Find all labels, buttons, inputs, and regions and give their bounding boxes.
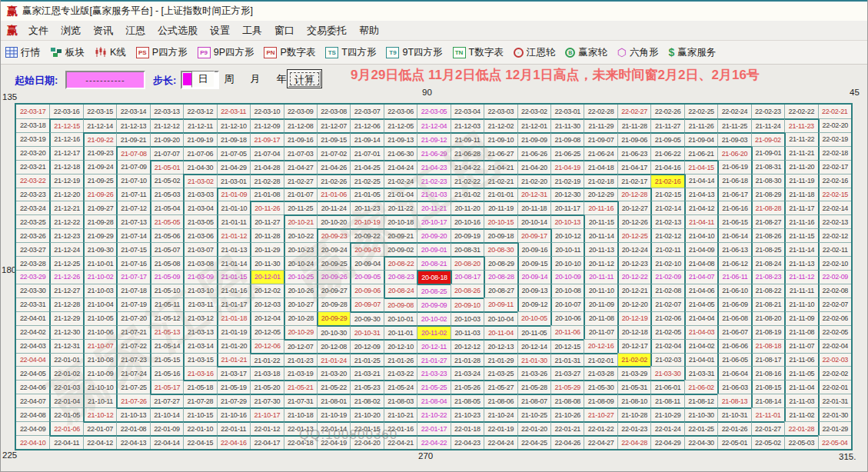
grid-cell: 22-02-04 [818, 339, 851, 353]
grid-cell: 21-09-14 [350, 132, 383, 146]
menu-item[interactable]: 资讯 [87, 22, 119, 40]
grid-cell: 21-08-02 [350, 394, 383, 407]
grid-cell: 21-09-22 [83, 132, 116, 146]
grid-cell: 21-01-18 [217, 311, 250, 325]
toolbar-button[interactable]: ⬡六角形 [617, 46, 659, 59]
grid-cell: 20-09-04 [350, 256, 383, 270]
grid-cell: 21-04-01 [684, 353, 717, 367]
grid-cell: 21-10-03 [83, 284, 116, 297]
toolbar-button[interactable]: P99P四方形 [198, 46, 254, 59]
grid-cell: 21-02-19 [550, 174, 584, 188]
grid-cell: 21-03-23 [417, 366, 450, 380]
grid-cell: 22-03-07 [350, 105, 383, 118]
grid-cell: 20-10-01 [384, 311, 417, 325]
grid-cell: 21-06-15 [717, 214, 750, 228]
grid-cell: 20-12-23 [617, 256, 650, 270]
grid-cell: 21-12-21 [49, 201, 82, 214]
grid-cell: 22-03-12 [183, 105, 216, 118]
menu-item[interactable]: 江恩 [119, 22, 151, 40]
menu-item[interactable]: 文件 [22, 22, 55, 40]
grid-cell: 21-04-29 [217, 160, 250, 174]
grid-cell: 22-03-09 [284, 105, 317, 118]
grid-cell: 21-01-19 [217, 325, 250, 339]
grid-cell: 21-02-21 [484, 174, 517, 188]
toolbar-button[interactable]: B赢家轮 [565, 46, 607, 59]
menu-item[interactable]: 浏览 [55, 22, 87, 40]
grid-cell: 21-10-05 [83, 311, 116, 325]
grid-cell: 21-08-09 [584, 394, 617, 407]
toolbar-button[interactable]: ◦江恩轮 [514, 46, 556, 59]
toolbar-button-label: 赢家轮 [578, 46, 607, 59]
menu-item[interactable]: 交易委托 [301, 22, 353, 40]
grid-cell: 21-01-27 [417, 353, 450, 367]
grid-cell: 21-12-18 [49, 160, 82, 174]
grid-cell: 21-05-29 [550, 380, 584, 394]
grid-cell: 21-10-01 [83, 256, 116, 270]
toolbar-button-label: T数字表 [469, 46, 504, 59]
toolbar-button[interactable]: 行情 [5, 46, 40, 59]
grid-cell: 21-12-29 [49, 311, 82, 325]
toolbar-button[interactable]: T99T四方形 [386, 46, 442, 59]
grid-cell: 20-09-25 [317, 256, 350, 270]
grid-cell: 20-08-23 [384, 270, 417, 284]
grid-cell: 22-03-04 [451, 105, 484, 118]
grid-cell: 20-12-13 [484, 339, 517, 353]
grid-cell: 21-12-26 [49, 270, 82, 284]
grid-cell: 20-10-14 [517, 214, 550, 228]
toolbar-button[interactable]: TST四方形 [325, 46, 376, 59]
toolbar-button[interactable]: PNP数字表 [264, 46, 315, 59]
grid-cell: 21-02-26 [317, 174, 350, 188]
grid-cell: 22-05-03 [784, 435, 817, 449]
grid-cell: 21-07-15 [116, 242, 149, 256]
menu-item[interactable]: 工具 [236, 22, 268, 40]
toolbar-button[interactable]: TNT数字表 [453, 46, 504, 59]
grid-cell: 20-12-03 [250, 297, 283, 311]
grid-cell: 21-06-13 [717, 242, 750, 256]
menu-item[interactable]: 窗口 [268, 22, 301, 40]
menu-item[interactable]: 帮助 [353, 22, 385, 40]
grid-cell: 22-01-12 [250, 421, 283, 435]
grid-cell: 22-04-03 [16, 339, 49, 353]
toolbar-button[interactable]: $赢家服务 [668, 46, 716, 59]
grid-cell: 21-03-01 [217, 174, 250, 188]
grid-cell: 20-10-19 [350, 214, 383, 228]
grid-cell: 21-01-14 [217, 256, 250, 270]
grid-cell: 21-10-15 [183, 407, 216, 421]
grid-cell: 20-10-30 [317, 325, 350, 339]
grid-cell: 20-10-20 [317, 214, 350, 228]
grid-cell: 21-07-08 [116, 146, 149, 160]
grid-cell: 22-03-24 [16, 201, 49, 214]
grid-cell: 21-06-23 [617, 146, 650, 160]
toolbar-button[interactable]: PSP四方形 [136, 46, 188, 59]
grid-cell: 20-11-17 [550, 201, 584, 214]
grid-cell: 20-09-22 [350, 228, 383, 242]
grid-cell: 21-10-29 [650, 407, 683, 421]
grid-cell: 22-01-25 [684, 421, 717, 435]
toolbar-button[interactable]: 板块 [50, 46, 85, 59]
grid-cell: 21-12-16 [49, 132, 82, 146]
grid-cell: 21-03-05 [183, 214, 216, 228]
grid-cell: 21-04-11 [684, 214, 717, 228]
toolbar-button[interactable]: K线 [95, 46, 126, 59]
title-bar: 赢 赢家江恩专业版[赢家服务平台] - [上证指数时间正方形] [1, 2, 867, 21]
grid-cell: 21-07-27 [150, 394, 183, 407]
menu-item[interactable]: 设置 [204, 22, 236, 40]
grid-cell: 20-10-04 [484, 311, 517, 325]
grid-cell: 22-02-18 [818, 146, 851, 160]
grid-cell: 21-07-16 [116, 256, 149, 270]
menu-item[interactable]: 公式选股 [151, 22, 204, 40]
grid-cell: 20-11-01 [384, 325, 417, 339]
grid-cell: 21-07-26 [116, 394, 149, 407]
grid-cell: 22-04-15 [183, 435, 216, 449]
grid-cell: 20-11-18 [517, 201, 550, 214]
grid-cell: 20-11-24 [317, 201, 350, 214]
grid-cell: 21-08-28 [751, 201, 784, 214]
grid-cell: 21-07-19 [116, 297, 149, 311]
grid-cell: 21-09-15 [317, 132, 350, 146]
grid-cell: 20-12-28 [617, 188, 650, 201]
grid-cell: 20-08-24 [384, 284, 417, 297]
toolbar: 行情板块K线PSP四方形P99P四方形PNP数字表TST四方形T99T四方形TN… [1, 41, 867, 65]
grid-cell: 21-09-11 [451, 132, 484, 146]
grid-cell: 21-11-09 [784, 311, 817, 325]
grid-cell: 22-02-19 [818, 132, 851, 146]
